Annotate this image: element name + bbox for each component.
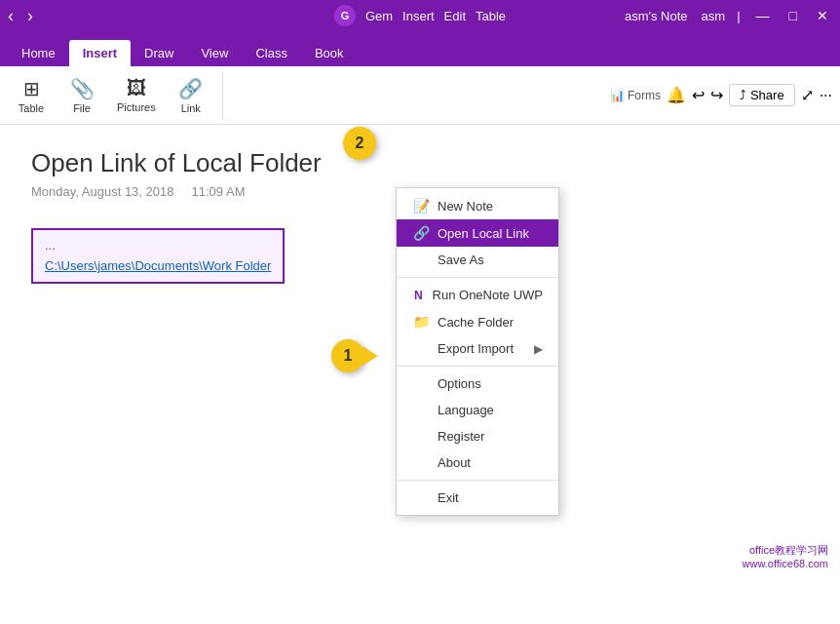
watermark-line1: office教程学习网 bbox=[743, 543, 828, 558]
save-as-label: Save As bbox=[438, 253, 484, 267]
separator-2 bbox=[397, 366, 558, 367]
run-onenote-icon: N bbox=[412, 289, 425, 302]
maximize-button[interactable]: □ bbox=[782, 6, 805, 25]
share-button[interactable]: ⤴ Share bbox=[729, 84, 795, 106]
share-label: Share bbox=[750, 88, 784, 102]
open-local-link-icon: 🔗 bbox=[412, 225, 430, 241]
more-button[interactable]: ··· bbox=[820, 87, 832, 104]
undo-button[interactable]: ↩ bbox=[692, 86, 705, 104]
tab-draw[interactable]: Draw bbox=[131, 40, 187, 66]
table-label: Table bbox=[19, 102, 44, 114]
bell-button[interactable]: 🔔 bbox=[667, 86, 686, 104]
badge-2: 2 bbox=[343, 127, 376, 160]
app-title: asm's Note bbox=[625, 9, 688, 23]
gem-menu-item-edit[interactable]: Edit bbox=[444, 9, 466, 23]
ribbon-divider bbox=[222, 72, 223, 119]
table-button[interactable]: ⊞ Table bbox=[8, 70, 55, 121]
minimize-button[interactable]: — bbox=[748, 6, 778, 25]
note-title: Open Link of Local Folder bbox=[31, 148, 809, 178]
forms-icon-label: 📊 Forms bbox=[610, 89, 661, 102]
table-icon: ⊞ bbox=[23, 77, 40, 100]
new-note-label: New Note bbox=[438, 199, 493, 214]
share-icon: ⤴ bbox=[740, 88, 746, 102]
nav-forward-button[interactable]: › bbox=[23, 4, 37, 28]
badge-1: 1 bbox=[331, 339, 364, 372]
gem-menu-item-insert[interactable]: Insert bbox=[402, 9, 435, 23]
gem-icon: G bbox=[334, 5, 356, 26]
file-icon: 📎 bbox=[70, 77, 95, 100]
note-link-box: ... C:\Users\james\Documents\Work Folder bbox=[31, 228, 285, 284]
export-import-label: Export Import bbox=[438, 341, 514, 356]
note-link[interactable]: C:\Users\james\Documents\Work Folder bbox=[45, 258, 271, 273]
watermark: office教程学习网 www.office68.com bbox=[743, 543, 828, 569]
submenu-arrow-icon: ▶ bbox=[534, 342, 543, 356]
pictures-label: Pictures bbox=[117, 101, 156, 113]
run-onenote-label: Run OneNote UWP bbox=[433, 288, 543, 302]
title-bar: ‹ › G Gem Insert Edit Table asm's Note a… bbox=[0, 0, 840, 31]
user-name: asm bbox=[702, 9, 726, 23]
link-icon: 🔗 bbox=[178, 77, 203, 100]
tab-home[interactable]: Home bbox=[8, 40, 69, 66]
dropdown-menu: 📝 New Note 🔗 Open Local Link Save As N R… bbox=[396, 187, 559, 516]
tab-book[interactable]: Book bbox=[301, 40, 358, 66]
menu-item-export-import[interactable]: Export Import ▶ bbox=[397, 335, 558, 362]
tab-insert[interactable]: Insert bbox=[69, 40, 131, 66]
menu-item-register[interactable]: Register bbox=[397, 423, 558, 449]
file-label: File bbox=[73, 102, 91, 114]
link-button[interactable]: 🔗 Link bbox=[168, 70, 214, 121]
register-label: Register bbox=[438, 429, 484, 444]
watermark-line2: www.office68.com bbox=[743, 558, 828, 569]
language-label: Language bbox=[438, 403, 494, 417]
tab-view[interactable]: View bbox=[187, 40, 242, 66]
separator-3 bbox=[397, 480, 558, 481]
menu-item-cache-folder[interactable]: 📁 Cache Folder bbox=[397, 308, 558, 335]
gem-menu-item-table[interactable]: Table bbox=[476, 9, 506, 23]
expand-button[interactable]: ⤢ bbox=[801, 86, 814, 104]
menu-item-options[interactable]: Options bbox=[397, 370, 558, 397]
file-button[interactable]: 📎 File bbox=[58, 70, 105, 121]
menu-item-about[interactable]: About bbox=[397, 449, 558, 476]
gem-menu-item-gem[interactable]: Gem bbox=[365, 9, 393, 23]
tab-class[interactable]: Class bbox=[242, 40, 301, 66]
note-dots: ... bbox=[45, 238, 271, 253]
cache-folder-icon: 📁 bbox=[412, 314, 430, 330]
about-label: About bbox=[438, 455, 471, 470]
close-button[interactable]: ✕ bbox=[809, 6, 836, 25]
menu-item-open-local-link[interactable]: 🔗 Open Local Link bbox=[397, 219, 558, 247]
nav-back-button[interactable]: ‹ bbox=[4, 4, 18, 28]
pictures-button[interactable]: 🖼 Pictures bbox=[109, 70, 164, 121]
exit-label: Exit bbox=[438, 490, 459, 505]
menu-item-language[interactable]: Language bbox=[397, 397, 558, 423]
options-label: Options bbox=[438, 376, 481, 391]
cache-folder-label: Cache Folder bbox=[438, 315, 514, 330]
separator-1 bbox=[397, 277, 558, 278]
open-local-link-label: Open Local Link bbox=[438, 226, 529, 241]
pictures-icon: 🖼 bbox=[127, 77, 146, 99]
redo-button[interactable]: ↪ bbox=[710, 86, 723, 104]
menu-item-save-as[interactable]: Save As bbox=[397, 247, 558, 273]
menu-item-new-note[interactable]: 📝 New Note bbox=[397, 192, 558, 219]
new-note-icon: 📝 bbox=[412, 198, 430, 214]
menu-item-exit[interactable]: Exit bbox=[397, 485, 558, 511]
link-label: Link bbox=[181, 102, 201, 114]
menu-item-run-onenote[interactable]: N Run OneNote UWP bbox=[397, 282, 558, 308]
